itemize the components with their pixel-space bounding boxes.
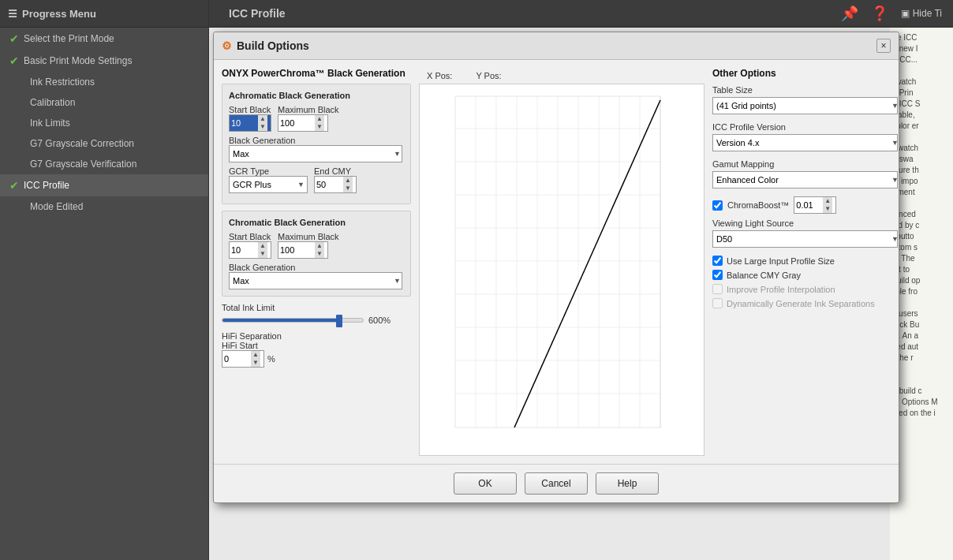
hifi-start-row: HiFi Start ▲ ▼ % — [222, 341, 411, 368]
end-cmy-input[interactable] — [315, 179, 343, 190]
sidebar-item-label: Mode Edited — [30, 201, 83, 212]
app-title: ICC Profile — [229, 7, 286, 20]
hifi-start-input[interactable] — [222, 353, 251, 364]
sidebar-item-ink-restrictions[interactable]: Ink Restrictions — [0, 72, 208, 92]
start-black-input[interactable] — [230, 118, 258, 129]
chromaboost-up[interactable]: ▲ — [823, 197, 832, 205]
gamut-mapping-select[interactable]: Enhanced Color Perceptual Saturation — [712, 171, 898, 189]
chromaboost-value-input[interactable] — [794, 200, 823, 211]
chromatic-start-up[interactable]: ▲ — [258, 242, 267, 250]
chromaboost-checkbox[interactable] — [712, 200, 723, 211]
top-bar-icons: 📌 ❓ ▣ Hide Ti — [836, 3, 947, 24]
dynamic-generate-checkbox[interactable] — [712, 298, 723, 308]
end-cmy-group: End CMY ▲ ▼ — [314, 166, 357, 193]
dialog-close-button[interactable]: × — [876, 39, 891, 53]
help-icon[interactable]: ❓ — [866, 3, 893, 24]
chromaboost-row: ChromaBoost™ ▲ ▼ — [712, 196, 902, 214]
balance-cmy-checkbox[interactable] — [712, 270, 723, 280]
dialog-title-bar: ⚙ Build Options × — [214, 32, 899, 60]
cancel-button[interactable]: Cancel — [525, 472, 588, 495]
ok-button[interactable]: OK — [454, 472, 517, 495]
check-icon-select-print-mode: ✔ — [9, 32, 19, 45]
viewing-light-group: Viewing Light Source D50 D65 D55 — [712, 218, 902, 248]
help-button[interactable]: Help — [596, 472, 659, 495]
sidebar-item-basic-print-mode[interactable]: ✔ Basic Print Mode Settings — [0, 50, 208, 72]
hifi-sep-label: HiFi Separation — [222, 331, 411, 341]
chart-svg[interactable]: 0 10 20 30 40 50 60 70 80 90 100 0 10 — [451, 92, 696, 431]
sidebar-item-mode-edited[interactable]: Mode Edited — [0, 196, 208, 217]
chromatic-start-down[interactable]: ▼ — [258, 250, 267, 258]
improve-interpolation-checkbox[interactable] — [712, 284, 723, 294]
icc-version-group: ICC Profile Version Version 4.x Version … — [712, 122, 902, 151]
y-pos-label: Y Pos: — [476, 71, 501, 80]
max-black-spinner[interactable]: ▲ ▼ — [315, 115, 324, 131]
max-black-label: Maximum Black — [278, 105, 339, 114]
sidebar-header: ☰ Progress Menu — [0, 0, 208, 28]
chart-area[interactable]: 0 10 20 30 40 50 60 70 80 90 100 0 10 — [419, 84, 704, 456]
chromatic-max-label: Maximum Black — [278, 232, 339, 241]
chromatic-black-row: Start Black ▲ ▼ Maximum Black — [229, 232, 404, 259]
chromatic-max-down[interactable]: ▼ — [315, 250, 324, 258]
chromatic-max-spinner[interactable]: ▲ ▼ — [315, 242, 324, 258]
balance-cmy-label: Balance CMY Gray — [727, 271, 801, 280]
chromaboost-down[interactable]: ▼ — [823, 205, 832, 213]
end-cmy-spinner[interactable]: ▲ ▼ — [343, 177, 353, 192]
viewing-light-select[interactable]: D50 D65 D55 — [712, 230, 898, 248]
end-cmy-up[interactable]: ▲ — [343, 177, 353, 185]
end-cmy-down[interactable]: ▼ — [343, 185, 353, 192]
chromatic-black-gen-select[interactable]: Max Light Medium — [229, 272, 402, 289]
max-black-down[interactable]: ▼ — [315, 123, 324, 131]
max-black-input[interactable] — [278, 118, 315, 129]
chromaboost-spinner[interactable]: ▲ ▼ — [823, 197, 832, 213]
chromatic-title: Chromatic Black Generation — [229, 218, 404, 227]
hide-tips-btn[interactable]: ▣ Hide Ti — [896, 6, 947, 21]
sidebar-item-icc-profile[interactable]: ✔ ICC Profile — [0, 174, 208, 196]
gcr-row: GCR Type GCR Plus GCR UCR End CMY — [229, 166, 404, 193]
sidebar: ☰ Progress Menu ✔ Select the Print Mode … — [0, 0, 209, 560]
total-ink-slider[interactable] — [222, 318, 364, 323]
sidebar-item-calibration[interactable]: Calibration — [0, 92, 208, 113]
use-large-checkbox[interactable] — [712, 256, 723, 266]
icc-version-select[interactable]: Version 4.x Version 2.x — [712, 134, 898, 151]
achromatic-start-black-row: Start Black ▲ ▼ Maximum Black — [229, 105, 404, 132]
slider-container: 600% — [222, 315, 411, 325]
black-gen-select[interactable]: Max Light Medium Heavy — [229, 145, 402, 162]
sidebar-item-label: Basic Print Mode Settings — [24, 55, 132, 66]
sidebar-item-ink-limits[interactable]: Ink Limits — [0, 113, 208, 133]
start-black-spinner[interactable]: ▲ ▼ — [258, 115, 267, 131]
sidebar-item-label: G7 Grayscale Correction — [30, 138, 134, 149]
table-size-select[interactable]: (41 Grid points) (17 Grid points) (33 Gr… — [712, 97, 898, 114]
chromatic-start-input[interactable] — [230, 245, 258, 256]
hifi-start-up[interactable]: ▲ — [251, 351, 260, 359]
chromatic-start-spinner[interactable]: ▲ ▼ — [258, 242, 267, 258]
chromatic-max-group: Maximum Black ▲ ▼ — [278, 232, 339, 259]
sidebar-item-g7-verification[interactable]: G7 Grayscale Verification — [0, 154, 208, 174]
sidebar-item-label: G7 Grayscale Verification — [30, 159, 136, 170]
gamut-mapping-label: Gamut Mapping — [712, 159, 902, 169]
dialog-title: ⚙ Build Options — [222, 39, 309, 52]
hifi-start-down[interactable]: ▼ — [251, 359, 260, 367]
table-size-label: Table Size — [712, 85, 902, 95]
pin-icon[interactable]: 📌 — [836, 3, 863, 24]
hifi-start-spinner[interactable]: ▲ ▼ — [251, 351, 260, 367]
chromatic-max-up[interactable]: ▲ — [315, 242, 324, 250]
max-black-up[interactable]: ▲ — [315, 115, 324, 123]
chromatic-max-input[interactable] — [278, 245, 315, 256]
achromatic-section: Achromatic Black Generation Start Black … — [222, 84, 411, 204]
chart-header: X Pos: Y Pos: — [419, 68, 704, 84]
end-cmy-label: End CMY — [314, 166, 357, 176]
total-ink-section: Total Ink Limit 600% — [222, 303, 411, 325]
dynamic-generate-label: Dynamically Generate Ink Separations — [727, 299, 875, 308]
chromatic-start-label: Start Black — [229, 232, 271, 241]
start-black-up[interactable]: ▲ — [258, 115, 267, 123]
main-section-title: ONYX PowerChroma™ Black Generation — [222, 68, 411, 79]
sidebar-item-select-print-mode[interactable]: ✔ Select the Print Mode — [0, 28, 208, 50]
chromatic-black-gen-wrapper: Max Light Medium — [229, 272, 404, 289]
gcr-type-select[interactable]: GCR Plus GCR UCR — [229, 176, 308, 193]
improve-interpolation-label: Improve Profile Interpolation — [727, 285, 835, 294]
sidebar-item-g7-grayscale[interactable]: G7 Grayscale Correction — [0, 133, 208, 154]
x-pos-label: X Pos: — [427, 71, 452, 80]
achromatic-title: Achromatic Black Generation — [229, 91, 404, 100]
dialog-footer: OK Cancel Help — [214, 464, 899, 502]
start-black-down[interactable]: ▼ — [258, 123, 267, 131]
